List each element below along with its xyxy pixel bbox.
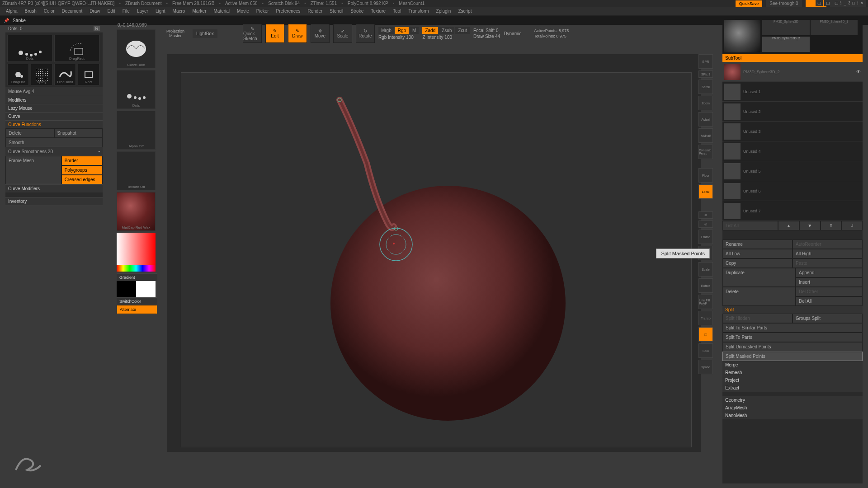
menu-layer[interactable]: Layer [133,8,152,14]
subtool-slot[interactable]: Unused 7 [722,201,863,221]
stroke-dragdot[interactable]: DragDot [7,64,29,85]
z-intensity-slider[interactable]: Z Intensity 100 [422,35,452,40]
border-button[interactable]: Border [61,156,103,165]
split-similar-button[interactable]: Split To Similar Parts [722,323,863,333]
alpha-thumbnail[interactable]: Alpha Off [117,111,156,150]
replay-button[interactable]: R [94,26,100,31]
menu-file[interactable]: File [119,8,133,14]
menu-texture[interactable]: Texture [367,8,389,14]
draw-mode-button[interactable]: ✎Draw [288,24,307,43]
win-btn-2[interactable]: ▢ [824,0,831,6]
arrow-down-button[interactable]: ⇓ [841,221,863,230]
move-mode-button[interactable]: ✥Move [311,24,330,43]
aahalf-button[interactable]: AAHalf [698,128,713,143]
rgb-intensity-slider[interactable]: Rgb Intensity 100 [378,35,414,40]
menu-picker[interactable]: Picker [253,8,273,14]
nanomesh-section[interactable]: NanoMesh [722,412,863,419]
stroke-rect[interactable]: Rect [78,64,99,85]
split-parts-button[interactable]: Split To Parts [722,333,863,342]
curve-section[interactable]: Curve [5,112,103,120]
solo-button[interactable]: Solo [698,343,713,358]
curve-modifiers-section[interactable]: Curve Modifiers [5,184,103,192]
delete-button[interactable]: Delete [5,128,54,138]
menu-macro[interactable]: Macro [169,8,189,14]
subtool-active[interactable]: PM3D_Sphere3D_2 👁 [722,62,863,82]
arraymesh-section[interactable]: ArrayMesh [722,404,863,412]
append-button[interactable]: Append [796,268,863,277]
projection-master-button[interactable]: Projection Master [162,29,189,38]
scroll-button[interactable]: Scroll [698,80,713,94]
maximize-button[interactable]: □ [850,0,857,6]
frame-mesh-button[interactable]: Frame Mesh [5,156,61,184]
menu-alpha[interactable]: Alpha [2,8,21,14]
list-all-button[interactable]: List All [722,221,778,230]
geometry-section[interactable]: Geometry [722,396,863,404]
extract-section[interactable]: Extract [722,384,863,392]
edit-mode-button[interactable]: ✎Edit [265,24,284,43]
scale-view-button[interactable]: Scale [698,262,713,277]
zsub-button[interactable]: Zsub [439,27,454,34]
mouse-avg-slider[interactable]: Mouse Avg 4 [5,87,103,96]
stroke-dragrect[interactable]: DragRect [54,35,99,62]
tool-slot-2[interactable]: PM3D_Sphere3D_1 [811,20,858,35]
menu-zscript[interactable]: Zscript [454,8,475,14]
tool-slot-3[interactable]: PM3D_Sphere3D_2 [762,37,810,52]
menu-draw[interactable]: Draw [86,8,104,14]
menu-zplugin[interactable]: Zplugin [433,8,455,14]
menu-light[interactable]: Light [152,8,169,14]
all-low-button[interactable]: All Low [722,249,793,258]
inventory-section[interactable]: Inventory [5,197,103,205]
groups-split-button[interactable]: Groups Split [793,314,863,323]
rotate-view-button[interactable]: Rotate [698,278,713,293]
split-unmasked-button[interactable]: Split Unmasked Points [722,342,863,352]
quicksave-button[interactable]: QuickSave [736,0,763,7]
frame-button[interactable]: Frame [698,230,713,244]
remesh-section[interactable]: Remesh [722,369,863,376]
tool-slot-1[interactable]: PM3D_Sphere3D [762,20,810,35]
menu-brush[interactable]: Brush [21,8,40,14]
subtool-slot[interactable]: Unused 3 [722,122,863,141]
stroke-dots[interactable]: Dots [7,35,52,62]
menu-stencil[interactable]: Stencil [326,8,347,14]
menu-marker[interactable]: Marker [189,8,210,14]
stroke-spray[interactable]: Spray [31,64,52,85]
scale-mode-button[interactable]: ⤢Scale [333,24,352,43]
menu-preferences[interactable]: Preferences [273,8,304,14]
material-thumbnail[interactable]: MatCap Red Wax [117,192,156,231]
duplicate-button[interactable]: Duplicate [722,268,796,287]
menu-material[interactable]: Material [210,8,234,14]
split-section[interactable]: Split [722,306,863,314]
local-button[interactable]: Local [698,184,713,199]
menu-tool[interactable]: Tool [389,8,405,14]
actual-button[interactable]: Actual [698,112,713,127]
subtool-slot[interactable]: Unused 4 [722,141,863,161]
ghost-button[interactable]: ⬚ [698,327,713,342]
del-all-button[interactable]: Del All [796,296,863,306]
move-down-button[interactable]: ▼ [799,221,821,230]
menu-edit[interactable]: Edit [104,8,119,14]
curve-smoothness-slider[interactable]: Curve Smoothness 20• [5,147,103,156]
viewport[interactable] [181,72,692,447]
del-other-button[interactable]: Del Other [796,287,863,296]
polyf-button[interactable]: Line Fill PolyF [698,295,713,309]
stroke-freehand[interactable]: FreeHand [54,64,76,85]
minimize-button[interactable]: _ [841,0,849,6]
m-button[interactable]: M [410,27,419,34]
all-high-button[interactable]: All High [793,249,863,258]
lightbox-button[interactable]: LightBox [193,29,217,38]
menu-color[interactable]: Color [40,8,58,14]
win-btn-1[interactable]: ▢ [816,0,823,6]
rgb-button[interactable]: Rgb [395,27,409,34]
arrow-up-button[interactable]: ⇑ [821,221,842,230]
subtool-slot[interactable]: Unused 1 [722,82,863,102]
close-button[interactable]: × [859,0,866,6]
rename-button[interactable]: Rename [722,239,793,249]
subtool-slot[interactable]: Unused 6 [722,181,863,201]
draw-size-slider[interactable]: Draw Size 44 [473,34,500,39]
split-masked-button[interactable]: Split Masked Points [722,352,863,361]
persp-button[interactable]: Dynamic Persp [698,145,713,159]
secondary-color[interactable] [117,281,136,297]
insert-button[interactable]: Insert [796,277,863,287]
dynamic-label[interactable]: Dynamic [504,31,521,36]
xpose-button[interactable]: Xpose [698,360,713,374]
